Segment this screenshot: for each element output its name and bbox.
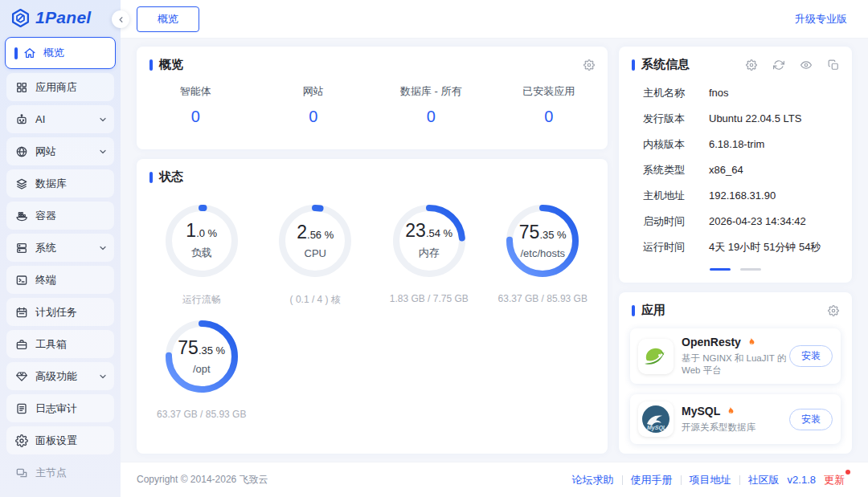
status-gauge: 2.56 % CPU ( 0.1 / 4 ) 核 xyxy=(259,191,373,307)
system-info-gear-icon[interactable] xyxy=(746,59,757,71)
system-info-row: 运行时间 4天 19小时 51分钟 54秒 xyxy=(632,240,839,255)
install-button[interactable]: 安装 xyxy=(789,345,833,367)
status-gauges: 1.0 % 负载 运行流畅 2.56 % CPU ( 0.1 / 4 ) 核 xyxy=(137,185,608,420)
system-info-title: 系统信息 xyxy=(641,57,690,72)
stat-value[interactable]: 0 xyxy=(372,108,490,126)
sidebar-item-label: 数据库 xyxy=(35,177,67,191)
sidebar-item-container[interactable]: 容器 xyxy=(6,202,114,230)
gauge-value-dec: .35 % xyxy=(539,230,566,240)
overview-title: 概览 xyxy=(159,57,183,72)
gauge-caption: ( 0.1 / 4 ) 核 xyxy=(290,293,341,307)
info-value: x86_64 xyxy=(709,163,743,177)
sidebar-item-label: 概览 xyxy=(43,46,64,60)
info-label: 内核版本 xyxy=(643,137,698,152)
sidebar-item-cron[interactable]: 计划任务 xyxy=(6,298,114,326)
sidebar-item-website[interactable]: 网站 xyxy=(6,137,114,165)
website-icon xyxy=(15,145,28,158)
sidebar-item-label: 计划任务 xyxy=(35,305,77,320)
sidebar-item-label: 网站 xyxy=(35,145,56,159)
sidebar-item-ai[interactable]: AI xyxy=(6,105,114,133)
footer-link-1[interactable]: 论坛求助 xyxy=(572,473,614,487)
app-store-icon xyxy=(15,81,28,94)
gauge-caption: 运行流畅 xyxy=(182,293,221,307)
logs-icon xyxy=(15,402,28,415)
update-link[interactable]: 更新 xyxy=(824,473,847,487)
sidebar-item-master-node[interactable]: 主节点 xyxy=(6,458,114,487)
sidebar-item-database[interactable]: 数据库 xyxy=(6,169,114,198)
sidebar-item-panel-settings[interactable]: 面板设置 xyxy=(6,426,114,454)
sidebar-collapse-button[interactable] xyxy=(112,10,129,28)
overview-card: 概览 智能体 0 网站 0 数据库 - 所有 0 已安装应用 0 xyxy=(137,47,608,149)
app-title: 1Panel xyxy=(35,8,92,27)
overview-settings-gear-icon[interactable] xyxy=(583,59,595,71)
database-icon xyxy=(15,177,28,190)
app-list: OpenResty 基于 NGINX 和 LuaJIT 的 Web 平台 安装 … xyxy=(619,318,852,444)
topbar: 概览 升级专业版 xyxy=(121,0,868,39)
overview-stats: 智能体 0 网站 0 数据库 - 所有 0 已安装应用 0 xyxy=(137,72,608,126)
sidebar-item-overview[interactable]: 概览 xyxy=(5,37,116,69)
footer-link-4[interactable]: 社区版 xyxy=(748,473,780,487)
footer: Copyright © 2014-2026 飞致云 论坛求助使用手册项目地址社区… xyxy=(121,462,868,497)
refresh-icon[interactable] xyxy=(773,59,784,71)
copyright-text: Copyright © 2014-2026 飞致云 xyxy=(137,473,268,487)
info-value: 4天 19小时 51分钟 54秒 xyxy=(709,240,821,255)
pager-dash-2[interactable] xyxy=(740,268,761,271)
gauge-label: /opt xyxy=(193,363,211,375)
sidebar-item-toolbox[interactable]: 工具箱 xyxy=(6,330,114,358)
upgrade-pro-link[interactable]: 升级专业版 xyxy=(795,12,847,26)
stat-label: 网站 xyxy=(255,84,373,99)
overview-stat: 网站 0 xyxy=(255,84,373,126)
footer-link-2[interactable]: 使用手册 xyxy=(631,473,673,487)
terminal-icon xyxy=(15,274,28,287)
title-accent-bar xyxy=(149,59,153,71)
title-accent-bar xyxy=(149,172,153,183)
status-gauge: 75.35 % /etc/hosts 63.37 GB / 85.93 GB xyxy=(486,191,600,307)
active-indicator-bar xyxy=(14,47,18,59)
app-name: MySQL xyxy=(682,405,720,418)
gauge-value-int: 23 xyxy=(405,222,426,240)
install-button[interactable]: 安装 xyxy=(789,409,833,430)
sidebar-item-label: AI xyxy=(35,113,45,125)
title-accent-bar xyxy=(632,59,635,71)
apps-settings-gear-icon[interactable] xyxy=(828,305,839,316)
system-info-row: 启动时间 2026-04-23 14:34:42 xyxy=(632,214,839,229)
sidebar-item-system[interactable]: 系统 xyxy=(6,234,114,262)
sidebar-item-app-store[interactable]: 应用商店 xyxy=(6,73,114,101)
home-icon xyxy=(23,47,36,59)
footer-link-3[interactable]: 项目地址 xyxy=(690,473,731,487)
sidebar-item-label: 容器 xyxy=(35,209,56,223)
status-card-header: 状态 xyxy=(137,159,608,185)
sidebar-nav: 概览 应用商店 AI 网站 数据库 容器 系统 终端 xyxy=(0,37,121,487)
system-info-row: 内核版本 6.18.18-trim xyxy=(632,137,839,152)
sidebar-item-label: 终端 xyxy=(35,273,56,287)
info-value: Ubuntu 22.04.5 LTS xyxy=(709,112,801,126)
mysql-logo: MySQL xyxy=(638,401,674,437)
info-value: 6.18.18-trim xyxy=(709,137,764,152)
chevron-down-icon xyxy=(98,115,108,124)
pager-dash-1[interactable] xyxy=(710,268,731,271)
app-item: OpenResty 基于 NGINX 和 LuaJIT 的 Web 平台 安装 xyxy=(630,328,841,384)
stat-value[interactable]: 0 xyxy=(255,108,373,126)
stat-label: 数据库 - 所有 xyxy=(372,84,490,99)
chevron-left-icon xyxy=(117,15,125,24)
gauge-value-dec: .0 % xyxy=(196,228,217,238)
info-label: 运行时间 xyxy=(643,240,698,255)
eye-icon[interactable] xyxy=(800,59,812,71)
app-description: 基于 NGINX 和 LuaJIT 的 Web 平台 xyxy=(682,352,789,377)
sidebar-item-logs[interactable]: 日志审计 xyxy=(6,394,114,422)
status-gauge: 75.35 % /opt 63.37 GB / 85.93 GB xyxy=(145,307,259,420)
schedule-icon xyxy=(15,306,28,319)
sidebar-item-terminal[interactable]: 终端 xyxy=(6,266,114,294)
openresty-logo xyxy=(638,339,674,374)
tab-overview[interactable]: 概览 xyxy=(137,6,199,32)
chevron-down-icon xyxy=(98,372,108,381)
svg-text:MySQL: MySQL xyxy=(647,425,666,431)
stat-value[interactable]: 0 xyxy=(490,108,608,126)
gauge-label: CPU xyxy=(305,247,326,259)
copy-icon[interactable] xyxy=(828,59,839,71)
app-logo[interactable]: 1Panel xyxy=(0,0,121,35)
carousel-pager xyxy=(619,268,852,271)
stat-value[interactable]: 0 xyxy=(137,108,255,126)
main-content: 概览 智能体 0 网站 0 数据库 - 所有 0 已安装应用 0 状态 xyxy=(121,39,868,462)
sidebar-item-advanced[interactable]: 高级功能 xyxy=(6,362,114,390)
